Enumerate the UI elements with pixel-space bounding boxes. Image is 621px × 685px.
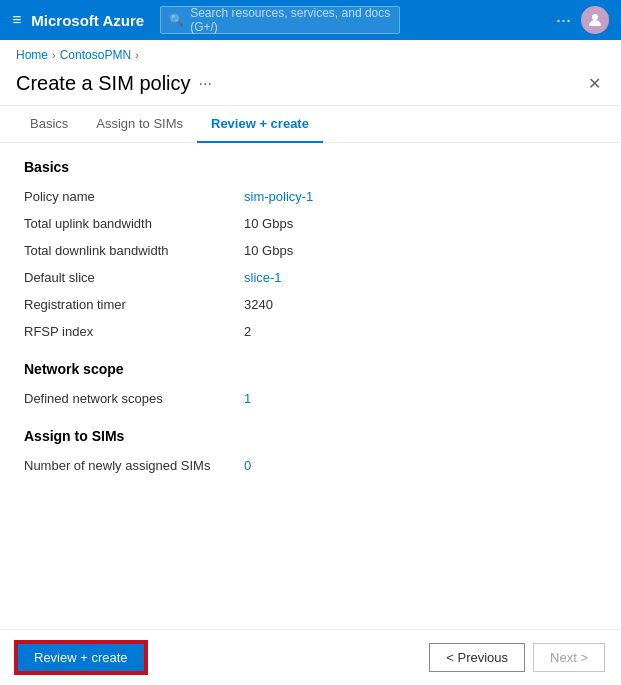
nav-title: Microsoft Azure — [31, 12, 144, 29]
breadcrumb-home[interactable]: Home — [16, 48, 48, 62]
field-policy-name: Policy name sim-policy-1 — [24, 187, 597, 206]
network-scope-section-title: Network scope — [24, 361, 597, 377]
page-title: Create a SIM policy — [16, 72, 191, 95]
downlink-bandwidth-value: 10 Gbps — [244, 243, 293, 258]
breadcrumb-sep-2: › — [135, 49, 139, 61]
panel-header: Create a SIM policy ··· ✕ — [0, 66, 621, 97]
content-area: Basics Policy name sim-policy-1 Total up… — [0, 143, 621, 626]
assign-to-sims-section-title: Assign to SIMs — [24, 428, 597, 444]
nav-dots-icon[interactable]: ··· — [556, 10, 571, 31]
default-slice-value[interactable]: slice-1 — [244, 270, 282, 285]
field-registration-timer: Registration timer 3240 — [24, 295, 597, 314]
nav-search-box[interactable]: 🔍 Search resources, services, and docs (… — [160, 6, 400, 34]
tabs-container: Basics Assign to SIMs Review + create — [0, 106, 621, 143]
breadcrumb-sep-1: › — [52, 49, 56, 61]
field-defined-network-scopes: Defined network scopes 1 — [24, 389, 597, 408]
next-button: Next > — [533, 643, 605, 672]
field-newly-assigned-sims: Number of newly assigned SIMs 0 — [24, 456, 597, 475]
newly-assigned-sims-value[interactable]: 0 — [244, 458, 251, 473]
uplink-bandwidth-label: Total uplink bandwidth — [24, 216, 244, 231]
review-create-button[interactable]: Review + create — [16, 642, 146, 673]
svg-point-0 — [592, 14, 598, 20]
field-rfsp-index: RFSP index 2 — [24, 322, 597, 341]
newly-assigned-sims-label: Number of newly assigned SIMs — [24, 458, 244, 473]
previous-button[interactable]: < Previous — [429, 643, 525, 672]
breadcrumb-contoso[interactable]: ContosoPMN — [60, 48, 131, 62]
field-default-slice: Default slice slice-1 — [24, 268, 597, 287]
policy-name-value[interactable]: sim-policy-1 — [244, 189, 313, 204]
search-icon: 🔍 — [169, 13, 184, 27]
hamburger-icon[interactable]: ≡ — [12, 11, 21, 29]
default-slice-label: Default slice — [24, 270, 244, 285]
basics-section-title: Basics — [24, 159, 597, 175]
registration-timer-value: 3240 — [244, 297, 273, 312]
assign-to-sims-section: Assign to SIMs Number of newly assigned … — [24, 428, 597, 475]
uplink-bandwidth-value: 10 Gbps — [244, 216, 293, 231]
registration-timer-label: Registration timer — [24, 297, 244, 312]
network-scope-section: Network scope Defined network scopes 1 — [24, 361, 597, 408]
policy-name-label: Policy name — [24, 189, 244, 204]
close-icon[interactable]: ✕ — [584, 70, 605, 97]
downlink-bandwidth-label: Total downlink bandwidth — [24, 243, 244, 258]
defined-network-scopes-label: Defined network scopes — [24, 391, 244, 406]
rfsp-index-label: RFSP index — [24, 324, 244, 339]
avatar[interactable] — [581, 6, 609, 34]
field-downlink-bandwidth: Total downlink bandwidth 10 Gbps — [24, 241, 597, 260]
top-nav: ≡ Microsoft Azure 🔍 Search resources, se… — [0, 0, 621, 40]
panel-dots-icon[interactable]: ··· — [199, 75, 212, 93]
tab-assign-to-sims[interactable]: Assign to SIMs — [82, 106, 197, 143]
breadcrumb: Home › ContosoPMN › — [0, 40, 621, 66]
field-uplink-bandwidth: Total uplink bandwidth 10 Gbps — [24, 214, 597, 233]
footer: Review + create < Previous Next > — [0, 629, 621, 685]
basics-section: Basics Policy name sim-policy-1 Total up… — [24, 159, 597, 341]
defined-network-scopes-value[interactable]: 1 — [244, 391, 251, 406]
tab-basics[interactable]: Basics — [16, 106, 82, 143]
tab-review-create[interactable]: Review + create — [197, 106, 323, 143]
rfsp-index-value: 2 — [244, 324, 251, 339]
search-placeholder: Search resources, services, and docs (G+… — [190, 6, 391, 34]
